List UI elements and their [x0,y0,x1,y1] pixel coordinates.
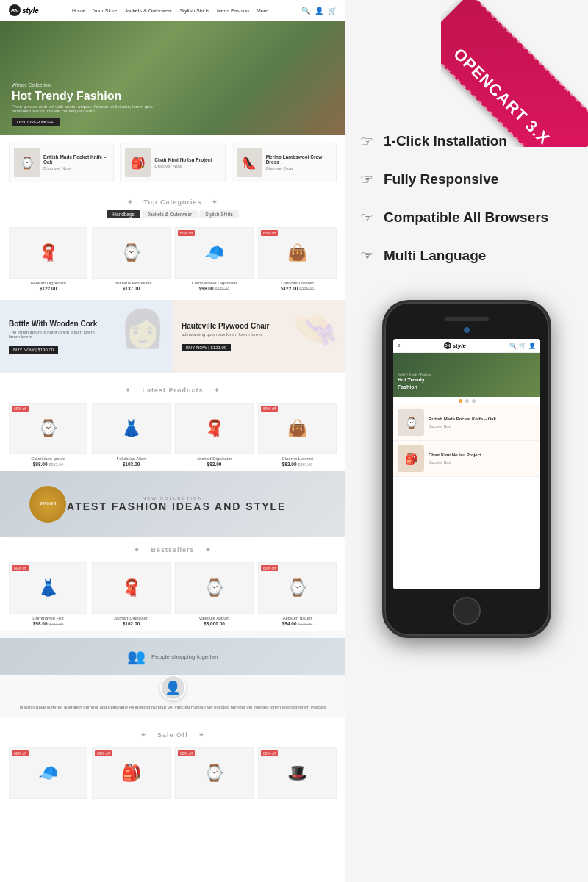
opencart-ribbon: OPENCART 3.X [441,0,588,147]
product-img: 🧣 [92,562,171,614]
promo-card-info-1: British Made Pocket Knife – Oak Discover… [43,154,109,171]
promo-card-link-3[interactable]: Discover Now [266,166,331,171]
hero-subtitle: Winter Collection [12,82,159,87]
phone-mockup: ≡ BN style 🔍 🛒 👤 Stylish / Trendy / Fash… [382,300,551,638]
promo-badge: 30% Off [29,486,66,523]
price-old: $144.00 [49,622,63,626]
feature-icon-responsive: ☞ [360,171,373,188]
cat-tab-jackets[interactable]: Jackets & Outerwear [142,210,198,218]
products-grid-1: 🧣 Aenean Dignissim $122.00 ⌚ Coecileus A… [0,223,345,295]
product-item: 60% off 🎒 [92,747,171,799]
product-price: $122.00 $275.00 [258,286,337,291]
phone-nav-icons: 🔍 🛒 👤 [509,343,536,349]
price-current: $82.00 [282,462,297,467]
product-img: 60% off 🎒 [92,747,171,799]
price-current: $122.00 [281,286,298,291]
feature-banner-text-2: Hauteville Plywood Chair adinstanting qu… [182,322,269,352]
product-img: 60% off 👜 [258,403,337,454]
logo-circle: BN [9,4,21,16]
price-old: $263.00 [298,462,312,467]
hero-button[interactable]: DISCOVER MORE [12,118,60,126]
feature-banner-btn-1[interactable]: BUY NOW | $130.00 [9,346,58,354]
cart-icon: 🛒 [328,7,337,15]
product-img: 🧣 [9,227,87,279]
product-name: Coecileus Asopollim [92,281,171,285]
section-deco-right: ✦ [205,546,212,553]
product-img: 60% off 👗 [9,562,87,614]
phone-cart-icon: 🛒 [519,343,526,349]
phone-carousel-dots [393,397,540,405]
phone-product-link-2: Discover Now [429,460,481,465]
product-item: 60% off 🧢 [9,747,87,799]
promo-card-1: ⌚ British Made Pocket Knife – Oak Discov… [9,143,114,182]
feature-label-browsers: Compatible All Browsers [384,209,548,226]
price-old: $275.00 [299,287,314,291]
phone-product-info-1: British Made Pocket Knife – Oak Discover… [429,417,496,429]
phone-product-info-2: Chair Kimi No Isu Project Discover Now [429,453,481,465]
phone-mockup-wrap: ≡ BN style 🔍 🛒 👤 Stylish / Trendy / Fash… [360,300,573,638]
sale-badge: 60% off [12,406,29,412]
product-name: Alipsum Ipsum [258,616,337,620]
phone-home-button [453,597,481,625]
promo-card-link-2[interactable]: Discover Now [154,164,212,168]
search-icon: 🔍 [301,7,310,15]
product-item: 60% off ⌚ Alipsum Ipsum $94.00 $135.00 [258,562,337,626]
feature-banner-2: 👒 Hauteville Plywood Chair adinstanting … [173,300,345,373]
cat-tab-handbags[interactable]: Handbags [107,210,140,218]
product-img: 60% off ⌚ [258,562,337,614]
feature-banner-title-1: Bottle With Wooden Cork [9,320,97,328]
section-deco-left: ✦ [127,198,134,206]
section-deco-left: ✦ [134,546,140,553]
sale-badge: 60% off [178,750,195,756]
feature-item-responsive: ☞ Fully Responsive [360,171,573,188]
phone-hero-title: Hot TrendyFashion [398,376,431,391]
testimonial-avatar: 👤 [160,675,186,700]
ribbon-wrap: OPENCART 3.X [441,0,588,147]
product-price: $3,000.00 [175,621,254,626]
testimonial-text: Majority have suffered alteration humour… [9,704,337,711]
promo-card-info-2: Chair Kimi No Isu Project Discover Now [154,157,212,168]
feature-banner-btn-2[interactable]: BUY NOW | $121.00 [182,344,231,351]
product-item: 60% off 👜 Claernit Lorenet $82.00 $263.0… [258,403,337,467]
bestsellers-header: ✦ Bestsellers ✦ [0,537,345,558]
section-deco-left: ✦ [125,387,132,394]
product-name: Claernit Lorenet [258,456,337,461]
feature-item-language: ☞ Multi Language [360,247,573,265]
user-icon: 👤 [315,7,323,15]
feature-banner-desc-1: The lorem ipsum is not a lorem ipsum lor… [9,330,97,339]
promo-card-img-3: 👠 [237,148,262,177]
latest-products-title: Latest Products [142,387,203,394]
product-price: $103.00 [92,462,171,467]
feature-icon-browsers: ☞ [360,209,373,226]
phone-product-name-1: British Made Pocket Knife – Oak [429,417,496,423]
promo-card-link-1[interactable]: Discover Now [43,166,109,171]
product-img: 👗 [92,403,171,454]
promo-card-2: 🎒 Chair Kimi No Isu Project Discover Now [120,143,225,182]
phone-search-icon: 🔍 [509,343,517,349]
product-item: 60% off 👗 Dummayue Hilit $98.00 $144.00 [9,562,87,626]
promo-card-name-1: British Made Pocket Knife – Oak [43,154,109,165]
hero-description: Proin gravida nibh vel velit auctor aliq… [12,104,159,113]
product-name: Valecule Alipum [175,616,254,620]
product-item: 🧣 Jachart Dignissim $92.00 [175,403,254,467]
feature-label-responsive: Fully Responsive [384,171,498,187]
feature-banner-text-1: Bottle With Wooden Cork The lorem ipsum … [9,320,97,354]
product-item: ⌚ Valecule Alipum $3,000.00 [175,562,254,626]
section-deco-right: ✦ [212,198,218,206]
product-price: $137.00 [92,286,171,291]
product-name: Comparative Dignissim [175,281,254,285]
nav-mens: Mens Fashion [217,8,249,13]
logo-text: style [22,7,39,15]
price-current: $98.00 [199,286,214,291]
product-item: 👗 Falleluius Alion $103.00 [92,403,171,467]
phone-logo: BN style [444,342,466,349]
site-logo: BN style [9,4,39,16]
nav-store: Your Store [93,8,118,13]
hero-text: Winter Collection Hot Trendy Fashion Pro… [0,74,171,135]
hero-title: Hot Trendy Fashion [12,89,159,103]
price-current: $94.00 [282,621,297,626]
feature-icon-language: ☞ [360,247,373,265]
sale-badge: 60% off [12,750,29,756]
product-img: 60% off ⌚ [9,403,87,454]
cat-tab-shirts[interactable]: Stylish Shirts [199,210,239,218]
